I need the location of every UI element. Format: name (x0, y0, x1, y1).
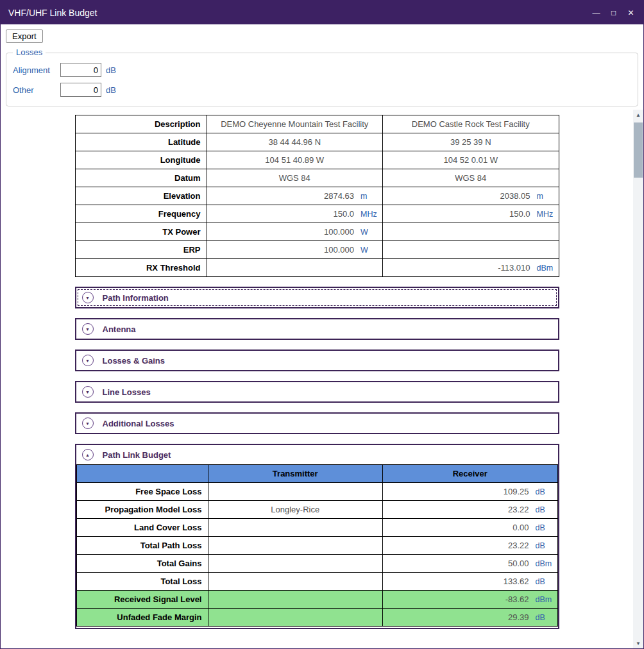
table-row: TX Power 100.000 W (76, 223, 559, 241)
receiver-value: 109.25 (383, 487, 529, 496)
section-additional-losses[interactable]: ▼ Additional Losses (75, 412, 559, 434)
receiver-unit: dB (529, 613, 557, 622)
alignment-input[interactable] (60, 63, 101, 77)
row-label: Received Signal Level (77, 591, 208, 609)
row-label: TX Power (76, 223, 207, 241)
section-path-link-budget[interactable]: ▲ Path Link Budget Transmitter Receiver … (75, 444, 559, 629)
receiver-value: -83.62 (383, 594, 529, 604)
transmitter-unit: m (354, 192, 382, 201)
table-row-highlighted: Received Signal Level -83.62 dBm (77, 591, 558, 609)
receiver-unit: dBm (530, 264, 559, 273)
table-row: Free Space Loss 109.25 dB (77, 483, 558, 501)
scroll-thumb[interactable] (634, 122, 643, 178)
scroll-viewport: Description DEMO Cheyenne Mountain Test … (1, 110, 633, 648)
receiver-cell: DEMO Castle Rock Test Facility (383, 115, 559, 133)
table-row: Elevation 2874.63 m 2038.05 m (76, 187, 559, 205)
section-header[interactable]: ▲ Path Link Budget (76, 445, 558, 464)
expand-button[interactable]: ▼ (82, 386, 94, 398)
receiver-value: 50.00 (383, 559, 529, 568)
site-table: Description DEMO Cheyenne Mountain Test … (75, 115, 559, 277)
expand-button[interactable]: ▼ (82, 292, 94, 303)
transmitter-cell (208, 483, 384, 501)
section-label: Line Losses (103, 387, 151, 397)
row-label: Frequency (76, 205, 207, 223)
section-antenna[interactable]: ▼ Antenna (75, 318, 559, 340)
transmitter-cell (207, 259, 384, 277)
scroll-up-icon[interactable]: ▲ (633, 110, 643, 120)
receiver-value: 29.39 (383, 612, 529, 622)
section-label: Additional Losses (103, 419, 174, 428)
expand-button[interactable]: ▼ (82, 323, 94, 335)
expand-button[interactable]: ▼ (82, 417, 94, 429)
receiver-value: 133.62 (383, 577, 529, 586)
section-header[interactable]: ▼ Antenna (76, 319, 558, 339)
losses-legend: Losses (13, 47, 46, 57)
receiver-unit: dB (529, 577, 557, 586)
chevron-down-icon: ▼ (85, 390, 90, 394)
row-label: Free Space Loss (77, 483, 208, 501)
table-row: Total Gains 50.00 dBm (77, 555, 558, 573)
section-line-losses[interactable]: ▼ Line Losses (75, 381, 559, 403)
receiver-cell (383, 241, 559, 259)
minimize-icon[interactable]: — (588, 4, 605, 21)
alignment-label: Alignment (13, 65, 60, 75)
section-label: Path Information (103, 293, 169, 303)
section-header[interactable]: ▼ Line Losses (76, 382, 558, 401)
transmitter-value: 100.000 (207, 245, 355, 255)
transmitter-cell (208, 519, 384, 537)
row-label: Latitude (76, 133, 207, 151)
section-path-information[interactable]: ▼ Path Information (75, 287, 559, 308)
collapse-button[interactable]: ▲ (82, 449, 94, 460)
other-unit: dB (106, 85, 116, 95)
scroll-down-icon[interactable]: ▼ (633, 638, 643, 648)
column-header-receiver: Receiver (383, 465, 558, 483)
table-row: Longitude 104 51 40.89 W 104 52 0.01 W (76, 151, 559, 169)
section-losses-gains[interactable]: ▼ Losses & Gains (75, 350, 559, 371)
row-label: Land Cover Loss (77, 519, 208, 537)
receiver-cell: -113.010 dBm (383, 259, 559, 277)
chevron-down-icon: ▼ (85, 296, 90, 300)
row-label: Unfaded Fade Margin (77, 609, 208, 627)
receiver-unit: dB (529, 487, 557, 496)
close-icon[interactable]: ✕ (622, 4, 640, 21)
receiver-value: 150.0 (383, 209, 530, 219)
row-label: Total Gains (77, 555, 208, 573)
other-input[interactable] (60, 83, 101, 97)
row-label: Description (76, 115, 207, 133)
scroll-content-area: Description DEMO Cheyenne Mountain Test … (1, 110, 643, 648)
receiver-cell: 23.22 dB (383, 537, 558, 555)
receiver-cell: 39 25 39 N (383, 133, 559, 151)
transmitter-unit: MHz (354, 210, 382, 219)
other-label: Other (13, 85, 60, 95)
table-row: Frequency 150.0 MHz 150.0 MHz (76, 205, 559, 223)
table-row: Datum WGS 84 WGS 84 (76, 169, 559, 187)
row-label: ERP (76, 241, 207, 259)
table-row: Total Loss 133.62 dB (77, 573, 558, 591)
title-bar: VHF/UHF Link Budget — □ ✕ (1, 1, 643, 24)
section-header[interactable]: ▼ Losses & Gains (76, 351, 558, 370)
row-label: Total Path Loss (77, 537, 208, 555)
vertical-scrollbar[interactable]: ▲ ▼ (633, 110, 643, 648)
receiver-value: 23.22 (383, 505, 529, 514)
expand-button[interactable]: ▼ (82, 355, 94, 366)
section-header[interactable]: ▼ Path Information (76, 288, 558, 307)
receiver-unit: dB (529, 505, 557, 514)
transmitter-cell: 104 51 40.89 W (207, 151, 384, 169)
receiver-cell: 29.39 dB (383, 609, 558, 627)
transmitter-unit: W (354, 228, 382, 237)
receiver-unit: dBm (529, 559, 557, 568)
receiver-cell: 0.00 dB (383, 519, 558, 537)
export-button[interactable]: Export (6, 30, 43, 43)
chevron-down-icon: ▼ (85, 421, 90, 426)
receiver-cell (383, 223, 559, 241)
maximize-icon[interactable]: □ (605, 4, 622, 21)
section-header[interactable]: ▼ Additional Losses (76, 414, 558, 433)
transmitter-value: 2874.63 (207, 191, 355, 201)
transmitter-cell: 2874.63 m (207, 187, 384, 205)
chevron-up-icon: ▲ (85, 453, 90, 457)
table-row: Total Path Loss 23.22 dB (77, 537, 558, 555)
receiver-unit: MHz (530, 210, 559, 219)
alignment-unit: dB (106, 65, 116, 75)
transmitter-cell: 100.000 W (207, 223, 384, 241)
receiver-cell: 104 52 0.01 W (383, 151, 559, 169)
